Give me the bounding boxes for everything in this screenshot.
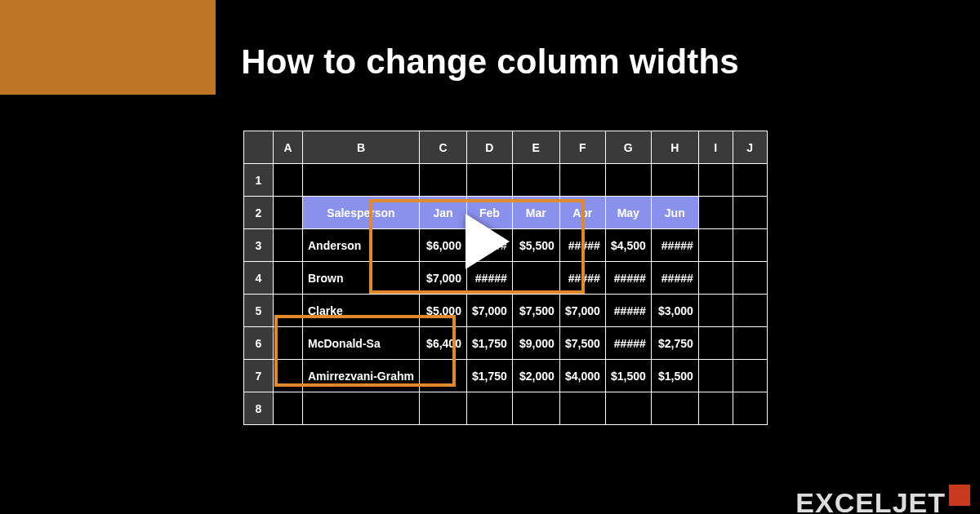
col-header: F: [559, 131, 605, 164]
cell-value: $2,750: [651, 327, 698, 360]
cell-value: #####: [605, 262, 651, 295]
cell-value: $4,000: [559, 360, 605, 392]
row-header: 2: [244, 197, 274, 229]
header-month: Jun: [651, 197, 698, 229]
row-header: 1: [244, 164, 274, 197]
cell-value: #####: [605, 295, 651, 327]
cell-value: $7,500: [512, 295, 559, 327]
cell-value: $7,500: [559, 327, 605, 360]
grid-corner: [244, 131, 274, 164]
cell-value: $2,000: [512, 360, 559, 392]
cell-value: $9,000: [512, 327, 559, 360]
brand-text: EXCELJET: [795, 487, 946, 514]
col-header: A: [274, 131, 303, 164]
cell-value: $7,000: [466, 295, 512, 327]
video-thumbnail[interactable]: How to change column widths A B C D E F …: [0, 0, 980, 514]
row-header: 3: [244, 229, 274, 262]
col-header: I: [698, 131, 733, 164]
cell-value: $4,500: [605, 229, 651, 262]
row-header: 5: [244, 295, 274, 327]
row-header: 7: [244, 360, 274, 392]
cell-value: $3,000: [651, 295, 698, 327]
col-header: D: [466, 131, 512, 164]
col-header: J: [733, 131, 767, 164]
cell-value: $1,500: [605, 360, 651, 392]
col-header: H: [651, 131, 698, 164]
brand-accent-icon: [949, 485, 970, 506]
cell-value: $1,500: [651, 360, 698, 392]
row-header: 8: [244, 392, 274, 425]
table-row: 8: [244, 392, 768, 425]
cell-value: #####: [651, 229, 698, 262]
header-month: May: [605, 197, 651, 229]
cell-value: #####: [651, 262, 698, 295]
col-header: G: [605, 131, 651, 164]
table-row: 1: [244, 164, 768, 197]
cell-value: $1,750: [466, 327, 512, 360]
play-icon[interactable]: [466, 214, 510, 269]
row-header: 4: [244, 262, 274, 295]
col-header: B: [303, 131, 420, 164]
brand-logo: EXCELJET: [795, 485, 970, 514]
row-header: 6: [244, 327, 274, 360]
highlight-overlay: [0, 0, 216, 95]
col-header: E: [512, 131, 559, 164]
cell-value: #####: [605, 327, 651, 360]
highlight-rect-truncated-names: [274, 315, 456, 387]
col-header: C: [419, 131, 466, 164]
cell-value: $1,750: [466, 360, 512, 392]
cell-value: $7,000: [559, 295, 605, 327]
